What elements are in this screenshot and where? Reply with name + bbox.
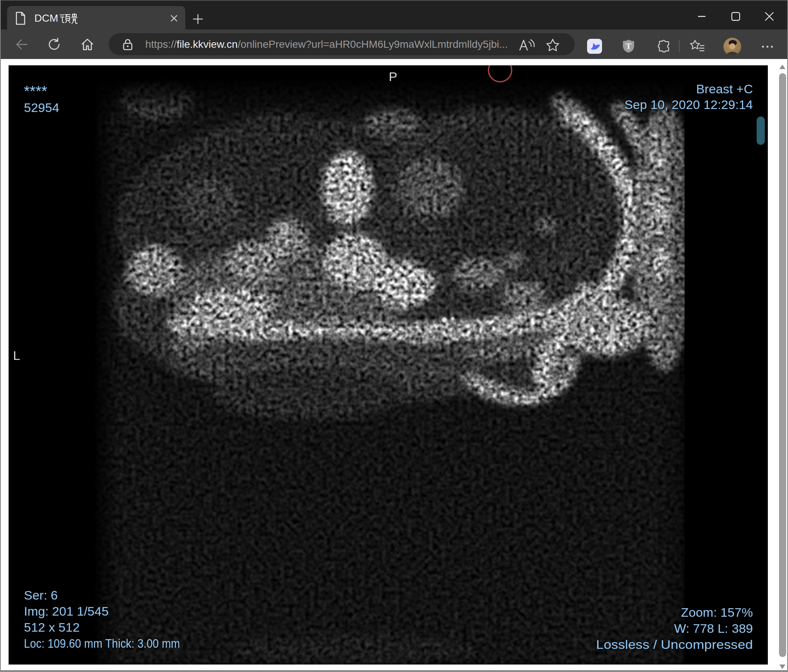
svg-text:****: ****: [24, 83, 47, 99]
svg-text:W: 778 L: 389: W: 778 L: 389: [674, 621, 753, 636]
svg-text:Sep 10, 2020 12:29:14: Sep 10, 2020 12:29:14: [624, 97, 753, 112]
svg-text:Lossless / Uncompressed: Lossless / Uncompressed: [596, 637, 753, 651]
svg-text:T: T: [626, 41, 631, 51]
svg-text:P: P: [389, 70, 397, 84]
svg-text:L: L: [13, 348, 20, 363]
svg-text:Loc: 109.60 mm Thick: 3.00 mm: Loc: 109.60 mm Thick: 3.00 mm: [24, 636, 180, 650]
svg-text:Zoom: 157%: Zoom: 157%: [681, 605, 753, 620]
svg-text:Breast +C: Breast +C: [696, 82, 753, 96]
svg-text:Img: 201 1/545: Img: 201 1/545: [24, 604, 109, 618]
svg-text:Ser: 6: Ser: 6: [24, 588, 58, 602]
svg-text:52954: 52954: [24, 100, 59, 115]
svg-text:512 x 512: 512 x 512: [24, 620, 79, 634]
